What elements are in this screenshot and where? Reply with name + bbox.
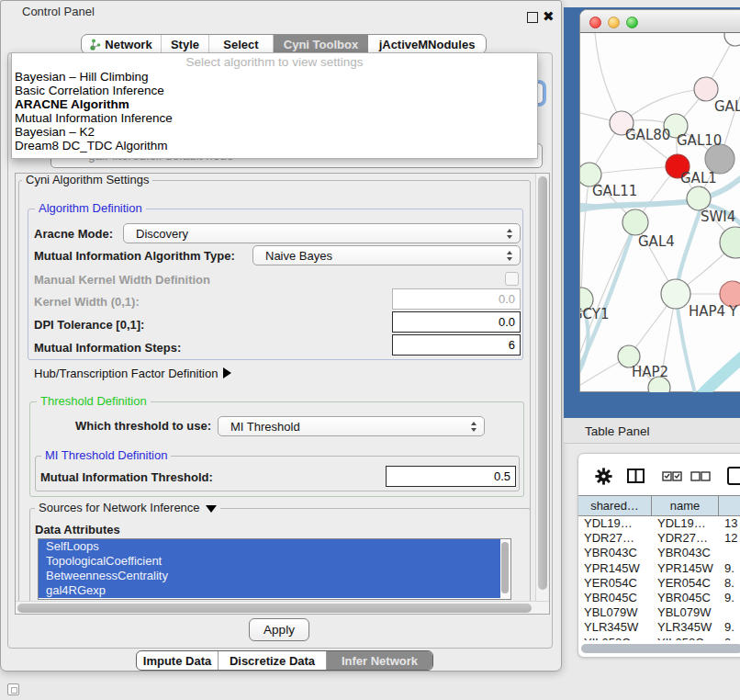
- network-window-titlebar[interactable]: [580, 10, 740, 33]
- table-cell: 13: [719, 516, 740, 531]
- algorithm-option[interactable]: Bayesian – K2: [12, 125, 537, 139]
- gear-icon[interactable]: [595, 468, 612, 485]
- attribute-item[interactable]: gal4RGexp: [39, 583, 500, 598]
- mi-type-label: Mutual Information Algorithm Type:: [34, 249, 235, 263]
- table-row[interactable]: YIL052CYIL052C0.: [578, 636, 740, 641]
- table-cell: YIL052C: [578, 636, 652, 641]
- network-node-top-white[interactable]: [724, 33, 740, 46]
- table-cell: [719, 605, 740, 620]
- tab-jactivemnodules[interactable]: jActiveMNodules: [368, 35, 486, 53]
- table-row[interactable]: YDL19…YDL19…13: [578, 516, 740, 531]
- network-graph[interactable]: GAL2GAL80GAL10GAL1GAL11SWI4GAL4GCY1HAP4Y…: [580, 33, 740, 392]
- table-row[interactable]: YDR27…YDR27…12: [578, 531, 740, 546]
- network-edge[interactable]: [581, 175, 589, 299]
- expand-arrow-icon[interactable]: [223, 367, 231, 378]
- attribute-item[interactable]: BetweennessCentrality: [39, 569, 500, 583]
- tab-cyni-toolbox[interactable]: Cyni Toolbox: [274, 35, 368, 53]
- window-title: Control Panel: [22, 5, 95, 18]
- tab-infer-network[interactable]: Infer Network: [327, 651, 432, 670]
- document-icon[interactable]: [727, 467, 740, 485]
- table-row[interactable]: YBR043CYBR043C: [578, 546, 740, 560]
- network-node-SWI4[interactable]: [687, 186, 711, 210]
- which-threshold-combo[interactable]: MI Threshold: [218, 416, 485, 436]
- column-header[interactable]: shared…: [578, 496, 652, 515]
- split-view-icon[interactable]: [627, 469, 645, 483]
- zoom-traffic-light[interactable]: [626, 17, 638, 28]
- collapse-arrow-icon[interactable]: [206, 505, 217, 513]
- close-traffic-light[interactable]: [589, 17, 601, 28]
- mi-threshold-field[interactable]: 0.5: [386, 466, 516, 487]
- algorithm-option[interactable]: Bayesian – Hill Climbing: [12, 70, 537, 84]
- mi-type-combo[interactable]: Naive Bayes: [252, 245, 521, 265]
- column-header[interactable]: [719, 496, 740, 515]
- settings-vertical-scrollbar[interactable]: [535, 174, 548, 601]
- algorithm-option[interactable]: ARACNE Algorithm: [12, 97, 537, 111]
- table-cell: YER054C: [652, 576, 719, 591]
- hub-section-label[interactable]: Hub/Transcription Factor Definition: [34, 367, 218, 380]
- tab-network[interactable]: Network: [82, 35, 162, 53]
- column-header[interactable]: name: [652, 496, 719, 515]
- tab-discretize-data[interactable]: Discretize Data: [219, 651, 327, 670]
- tab-style[interactable]: Style: [162, 35, 209, 53]
- table-row[interactable]: YBR045CYBR045C9.: [578, 591, 740, 605]
- node-label-GAL11: GAL11: [592, 183, 637, 199]
- kernel-width-field[interactable]: 0.0: [392, 288, 521, 310]
- table-cell: YBR043C: [652, 546, 719, 560]
- mi-steps-label: Mutual Information Steps:: [34, 341, 181, 355]
- minimize-traffic-light[interactable]: [608, 17, 620, 28]
- network-edge[interactable]: [589, 166, 678, 175]
- node-label-HAP2: HAP2: [632, 364, 668, 380]
- table-row[interactable]: YER054CYER054C8.: [578, 576, 740, 591]
- manual-kernel-checkbox[interactable]: [505, 272, 519, 286]
- network-edge[interactable]: [595, 33, 622, 123]
- attribute-item[interactable]: TopologicalCoefficient: [39, 554, 500, 569]
- combo-spinner-icon: [470, 420, 478, 434]
- table-cell: 9.: [719, 591, 740, 605]
- kernel-width-label: Kernel Width (0,1):: [34, 295, 140, 309]
- algorithm-option[interactable]: Basic Correlation Inference: [12, 84, 537, 97]
- table-row[interactable]: YLR345WYLR345W9.: [578, 620, 740, 635]
- table-cell: 0.: [719, 636, 740, 641]
- table-cell: YLR345W: [652, 620, 719, 635]
- mi-steps-field[interactable]: 6: [392, 334, 521, 356]
- algorithm-option[interactable]: Mutual Information Inference: [12, 111, 537, 125]
- algorithm-option[interactable]: Dream8 DC_TDC Algorithm: [12, 139, 537, 152]
- table-cell: [719, 546, 740, 560]
- network-node-HAP4[interactable]: [661, 279, 690, 309]
- tab-select[interactable]: Select: [209, 35, 274, 53]
- list-scrollbar[interactable]: [500, 540, 510, 599]
- network-icon: [90, 39, 101, 51]
- node-label-gal-top: GAL2: [714, 98, 740, 115]
- table-cell: 8.: [719, 576, 740, 591]
- aracne-mode-combo[interactable]: Discovery: [123, 223, 521, 243]
- node-label-GCY1: GCY1: [580, 306, 610, 322]
- network-node-GAL4[interactable]: [622, 209, 648, 235]
- table-cell: YBL079W: [578, 605, 652, 620]
- table-cell: 9.: [719, 561, 740, 576]
- node-label-GAL1: GAL1: [680, 170, 717, 186]
- table-cell: YPR145W: [652, 561, 719, 576]
- network-node-big-green[interactable]: [720, 227, 740, 258]
- which-threshold-value: MI Threshold: [230, 420, 300, 434]
- select-all-icon[interactable]: [662, 471, 682, 481]
- network-edge-highlighted[interactable]: [701, 355, 740, 392]
- apply-button[interactable]: Apply: [249, 618, 309, 641]
- close-icon[interactable]: ✖: [543, 8, 555, 25]
- table-cell: YIL052C: [652, 636, 719, 641]
- table-cell: YBR045C: [652, 591, 719, 605]
- attribute-item[interactable]: SelfLoops: [39, 539, 500, 554]
- table-horizontal-scrollbar[interactable]: [581, 644, 740, 653]
- table-panel-title: Table Panel: [585, 424, 650, 438]
- data-attributes-list[interactable]: SelfLoopsTopologicalCoefficientBetweenne…: [38, 538, 511, 600]
- settings-horizontal-scrollbar[interactable]: [16, 601, 549, 614]
- deselect-all-icon[interactable]: [690, 471, 711, 481]
- tab-impute-data[interactable]: Impute Data: [137, 651, 219, 670]
- panel-grip-icon[interactable]: [7, 683, 19, 695]
- combo-spinner-icon: [506, 249, 514, 263]
- table-row[interactable]: YPR145WYPR145W9.: [578, 561, 740, 576]
- data-attributes-label: Data Attributes: [35, 523, 120, 536]
- table-cell: YDL19…: [652, 516, 719, 531]
- float-window-icon[interactable]: [527, 12, 538, 23]
- dpi-tolerance-field[interactable]: 0.0: [392, 311, 521, 333]
- table-row[interactable]: YBL079WYBL079W: [578, 605, 740, 620]
